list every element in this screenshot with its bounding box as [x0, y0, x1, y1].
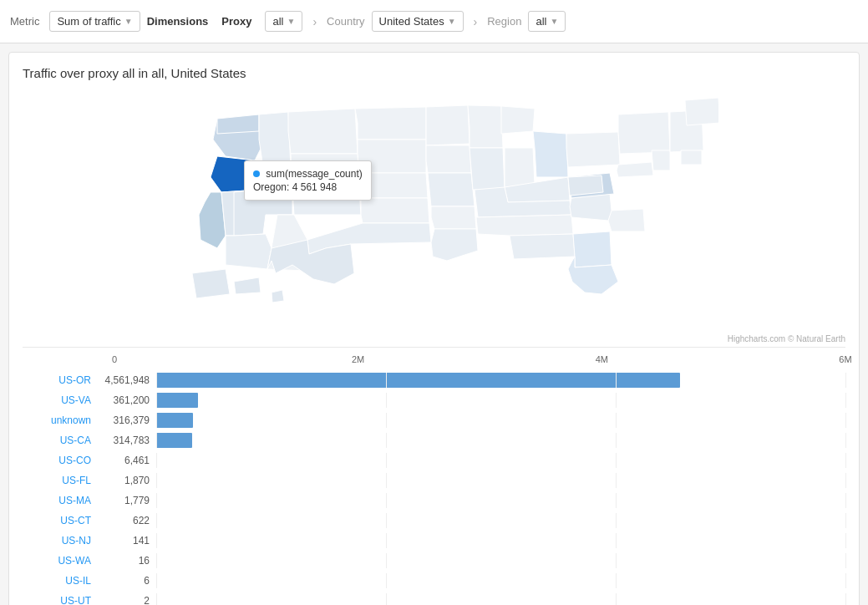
bar-fill-US-OR [156, 373, 680, 388]
axis-label-0: 0 [112, 354, 117, 364]
metric-dropdown[interactable]: Sum of traffic ▼ [49, 11, 140, 32]
bar-track-US-UT [156, 593, 845, 605]
svg-marker-4 [217, 114, 259, 134]
svg-marker-46 [234, 277, 261, 294]
bar-label-US-OR[interactable]: US-OR [23, 374, 98, 386]
svg-marker-34 [608, 209, 645, 231]
bar-rows: US-OR4,561,948US-VA361,200unknown316,379… [23, 371, 845, 605]
bar-track-US-WA [156, 553, 845, 568]
svg-marker-30 [476, 215, 573, 236]
bar-value-US-MA: 1,779 [98, 495, 156, 506]
tooltip-region: Oregon [253, 181, 287, 193]
svg-marker-6 [288, 109, 358, 154]
bar-fill-US-CA [156, 433, 192, 448]
svg-marker-32 [573, 231, 612, 267]
bar-label-US-CA[interactable]: US-CA [23, 435, 98, 446]
chevron-right-icon-2: › [474, 15, 478, 28]
bar-label-US-VA[interactable]: US-VA [23, 394, 98, 406]
bar-value-US-CA: 314,783 [98, 435, 156, 446]
svg-marker-39 [618, 112, 670, 154]
svg-marker-18 [426, 105, 470, 145]
axis-label-4m: 4M [596, 354, 608, 364]
svg-marker-44 [685, 98, 718, 125]
svg-marker-19 [426, 145, 471, 173]
bar-label-US-CT[interactable]: US-CT [23, 515, 98, 526]
bar-track-US-CO [156, 453, 845, 468]
bar-label-US-CO[interactable]: US-CO [23, 455, 98, 466]
svg-marker-37 [568, 175, 603, 196]
table-row: US-VA361,200 [23, 391, 845, 409]
chart-title: Traffic over proxy all in all, United St… [23, 66, 845, 80]
proxy-label: Proxy [221, 15, 251, 28]
metric-dropdown-arrow: ▼ [124, 17, 133, 26]
bar-value-US-IL: 6 [98, 575, 156, 587]
bar-track-US-VA [156, 393, 845, 408]
proxy-dropdown[interactable]: all ▼ [265, 11, 302, 32]
svg-marker-23 [468, 105, 503, 148]
tooltip-value: 4 561 948 [292, 181, 337, 193]
bar-label-US-MA[interactable]: US-MA [23, 495, 98, 506]
toolbar: Metric Sum of traffic ▼ Dimensions Proxy… [0, 0, 868, 43]
proxy-dropdown-arrow: ▼ [287, 17, 295, 26]
bar-track-US-NJ [156, 533, 845, 548]
svg-marker-25 [470, 148, 505, 190]
svg-marker-21 [431, 206, 476, 229]
svg-marker-24 [501, 106, 535, 134]
bar-label-US-IL[interactable]: US-IL [23, 575, 98, 587]
region-dropdown[interactable]: all ▼ [528, 11, 566, 32]
map-container: sum(message_count) Oregon: 4 561 948 [23, 94, 845, 328]
table-row: US-CA314,783 [23, 431, 845, 450]
table-row: US-MA1,779 [23, 491, 845, 510]
svg-marker-10 [226, 234, 272, 269]
proxy-value: all [272, 15, 283, 28]
bar-track-US-CT [156, 513, 845, 528]
metric-value: Sum of traffic [57, 15, 120, 28]
svg-marker-26 [505, 148, 535, 187]
highcharts-credit: Highcharts.com © Natural Earth [23, 334, 845, 343]
bar-track-US-OR [156, 373, 845, 388]
country-dropdown-arrow: ▼ [448, 17, 456, 26]
bar-value-US-CO: 6,461 [98, 455, 156, 466]
table-row: US-OR4,561,948 [23, 371, 845, 389]
axis-labels: 0 2M 4M 6M [114, 354, 845, 368]
map-tooltip: sum(message_count) Oregon: 4 561 948 [244, 160, 372, 201]
bar-label-US-FL[interactable]: US-FL [23, 475, 98, 486]
table-row: US-FL1,870 [23, 471, 845, 490]
bar-label-unknown[interactable]: unknown [23, 414, 98, 426]
bar-value-unknown: 316,379 [98, 414, 156, 426]
bar-fill-unknown [156, 413, 193, 428]
region-dropdown-arrow: ▼ [550, 17, 558, 26]
svg-marker-20 [428, 173, 475, 206]
svg-marker-27 [533, 131, 568, 177]
table-row: US-NJ141 [23, 531, 845, 550]
axis-label-2m: 2M [352, 354, 364, 364]
svg-marker-43 [681, 150, 702, 165]
country-dropdown[interactable]: United States ▼ [372, 11, 464, 32]
bar-value-US-OR: 4,561,948 [98, 374, 156, 386]
svg-marker-22 [431, 229, 478, 261]
bar-label-US-NJ[interactable]: US-NJ [23, 535, 98, 547]
bar-track-US-FL [156, 473, 845, 488]
svg-marker-31 [510, 234, 575, 259]
tooltip-dot [253, 170, 260, 177]
country-value: United States [379, 15, 444, 28]
axis-label-6m: 6M [839, 354, 851, 364]
metric-label: Metric [10, 15, 39, 28]
bar-value-US-FL: 1,870 [98, 475, 156, 486]
bar-label-US-UT[interactable]: US-UT [23, 595, 98, 605]
region-value: all [536, 15, 546, 28]
main-content: Traffic over proxy all in all, United St… [8, 52, 860, 605]
bar-value-US-WA: 16 [98, 555, 156, 567]
svg-marker-40 [617, 162, 653, 177]
table-row: US-WA16 [23, 552, 845, 570]
svg-marker-41 [652, 150, 670, 170]
svg-marker-38 [566, 132, 620, 167]
country-label: Country [327, 15, 365, 28]
table-row: unknown316,379 [23, 411, 845, 430]
bar-label-US-WA[interactable]: US-WA [23, 555, 98, 567]
bar-value-US-VA: 361,200 [98, 394, 156, 406]
region-label: Region [487, 15, 521, 28]
us-map[interactable] [150, 94, 718, 311]
svg-marker-45 [192, 269, 230, 298]
bar-track-unknown [156, 413, 845, 428]
